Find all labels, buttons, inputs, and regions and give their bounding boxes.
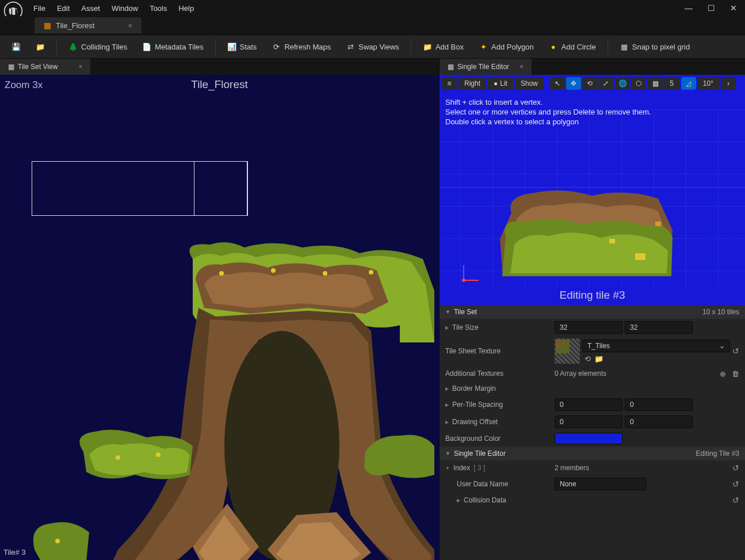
svg-point-9 <box>55 539 60 543</box>
menu-edit[interactable]: Edit <box>57 4 70 13</box>
world-space-button[interactable]: 🌐 <box>615 77 630 90</box>
collapse-icon[interactable]: ▼ <box>445 466 450 471</box>
svg-point-18 <box>462 279 465 282</box>
expand-icon[interactable]: ▶ <box>445 386 449 391</box>
tileset-tab-close-icon[interactable]: × <box>78 63 82 71</box>
main-tab[interactable]: ▦ Tile_Florest × <box>35 17 142 33</box>
cursor-icon: ↖ <box>555 79 560 87</box>
tile-selection-active <box>194 161 248 216</box>
main-tab-close-icon[interactable]: × <box>128 21 132 30</box>
svg-rect-14 <box>609 239 615 243</box>
grid-snap-button[interactable]: ▦ <box>648 77 663 90</box>
select-tool-button[interactable]: ↖ <box>550 77 565 90</box>
scale-tool-button[interactable]: ⤢ <box>598 77 613 90</box>
rotate-icon: ⟲ <box>587 79 593 87</box>
reset-texture-icon[interactable]: ↺ <box>732 346 739 356</box>
menu-asset[interactable]: Asset <box>81 4 100 13</box>
tile-number-label: Tile# 3 <box>3 548 26 557</box>
angle-snap-value[interactable]: 10° <box>697 77 719 90</box>
texture-thumbnail[interactable] <box>555 338 580 364</box>
window-close-icon[interactable]: ✕ <box>730 3 737 13</box>
menu-window[interactable]: Window <box>112 4 138 13</box>
tileset-viewport[interactable]: Zoom 3x Tile_Florest <box>0 75 439 560</box>
magnet-icon: ⬡ <box>636 79 641 87</box>
reset-collision-icon[interactable]: ↺ <box>732 496 739 505</box>
single-tile-section-header[interactable]: ▼ Single Tile Editor Editing Tile #3 <box>440 447 745 460</box>
tileset-icon: ▦ <box>44 21 51 30</box>
browse-button[interactable]: 📁 <box>30 39 51 54</box>
add-circle-button[interactable]: ●Add Circle <box>543 39 602 54</box>
save-icon: 💾 <box>12 42 21 51</box>
menu-help[interactable]: Help <box>178 4 194 13</box>
scale-icon: ⤢ <box>603 79 609 87</box>
tile-size-y-input[interactable]: 32 <box>625 321 693 334</box>
reset-userdata-icon[interactable]: ↺ <box>732 479 739 489</box>
browse-asset-icon[interactable]: 📁 <box>594 355 603 363</box>
viewport-expand-button[interactable]: › <box>721 77 736 90</box>
swap-icon: ⇄ <box>346 42 355 51</box>
box-icon: 📁 <box>423 42 432 51</box>
grid-snap-value[interactable]: 5 <box>664 77 679 90</box>
tile-size-x-input[interactable]: 32 <box>555 321 622 334</box>
properties-panel: ▼ Tile Set 10 x 10 tiles ▶Tile Size 32 3… <box>440 305 745 560</box>
viewport-lit-button[interactable]: ●Lit <box>488 77 513 90</box>
chevron-down-icon: ⌄ <box>719 342 725 350</box>
use-selected-icon[interactable]: ⟲ <box>584 355 591 363</box>
window-maximize-icon[interactable]: ☐ <box>708 3 715 13</box>
offset-x-input[interactable]: 0 <box>555 416 622 428</box>
colliding-tiles-button[interactable]: 🌲Colliding Tiles <box>63 39 133 54</box>
expand-icon[interactable]: ▶ <box>445 402 449 407</box>
surface-snap-button[interactable]: ⬡ <box>631 77 646 90</box>
rotate-tool-button[interactable]: ⟲ <box>582 77 597 90</box>
swap-views-button[interactable]: ⇄Swap Views <box>340 39 405 54</box>
svg-point-7 <box>116 455 120 460</box>
single-tile-viewport[interactable]: ≡ Right ●Lit Show ↖ ✥ ⟲ ⤢ 🌐 ⬡ ▦ 5 <box>440 75 745 305</box>
expand-icon[interactable]: ▶ <box>445 420 449 425</box>
offset-y-input[interactable]: 0 <box>625 416 693 428</box>
angle-icon: ◿ <box>686 79 691 87</box>
svg-point-3 <box>219 271 224 276</box>
svg-point-4 <box>271 268 276 273</box>
collapse-icon: ▼ <box>445 451 450 456</box>
menu-tools[interactable]: Tools <box>150 4 167 13</box>
reset-index-icon[interactable]: ↺ <box>732 463 739 473</box>
svg-point-6 <box>369 270 373 275</box>
expand-icon[interactable]: ▶ <box>457 498 460 503</box>
userdata-input[interactable]: None <box>555 478 647 490</box>
save-button[interactable]: 💾 <box>6 39 26 54</box>
viewport-show-button[interactable]: Show <box>515 77 544 90</box>
expand-icon[interactable]: ▶ <box>445 325 449 330</box>
spacing-x-input[interactable]: 0 <box>555 398 622 411</box>
editor-hint-text: Shift + click to insert a vertex. Select… <box>445 98 651 127</box>
tileset-view-tab[interactable]: ▦ Tile Set View × <box>0 59 90 75</box>
refresh-maps-button[interactable]: ⟳Refresh Maps <box>266 39 337 54</box>
svg-point-5 <box>323 271 327 276</box>
metadata-tiles-button[interactable]: 📄Metadata Tiles <box>136 39 209 54</box>
clear-elements-icon[interactable]: 🗑 <box>732 369 739 378</box>
move-tool-button[interactable]: ✥ <box>566 77 581 90</box>
angle-snap-button[interactable]: ◿ <box>681 77 696 90</box>
refresh-icon: ⟳ <box>272 42 281 51</box>
add-polygon-button[interactable]: ✦Add Polygon <box>473 39 540 54</box>
hamburger-icon: ≡ <box>447 79 451 87</box>
grid-icon: ▦ <box>652 79 659 87</box>
stats-button[interactable]: 📊Stats <box>221 39 263 54</box>
snap-grid-button[interactable]: ▦Snap to pixel grid <box>614 39 696 54</box>
tree-icon: 🌲 <box>68 42 78 51</box>
window-minimize-icon[interactable]: — <box>685 3 693 13</box>
editor-tab-close-icon[interactable]: × <box>519 63 524 71</box>
viewport-menu-button[interactable]: ≡ <box>442 77 457 90</box>
single-tile-editor-tab[interactable]: ▦ Single Tile Editor × <box>440 59 532 75</box>
add-box-button[interactable]: 📁Add Box <box>417 39 469 54</box>
globe-icon: 🌐 <box>618 79 627 87</box>
tileset-section-header[interactable]: ▼ Tile Set 10 x 10 tiles <box>440 305 745 319</box>
bg-color-swatch[interactable] <box>555 433 622 444</box>
main-tab-label: Tile_Florest <box>56 21 94 30</box>
texture-dropdown[interactable]: T_Tiles⌄ <box>582 340 730 352</box>
tile-preview-art <box>494 187 678 282</box>
spacing-y-input[interactable]: 0 <box>625 398 693 411</box>
viewport-view-button[interactable]: Right <box>459 77 486 90</box>
add-element-icon[interactable]: ⊕ <box>720 369 726 378</box>
folder-icon: 📁 <box>36 42 45 51</box>
menu-file[interactable]: File <box>33 4 45 13</box>
